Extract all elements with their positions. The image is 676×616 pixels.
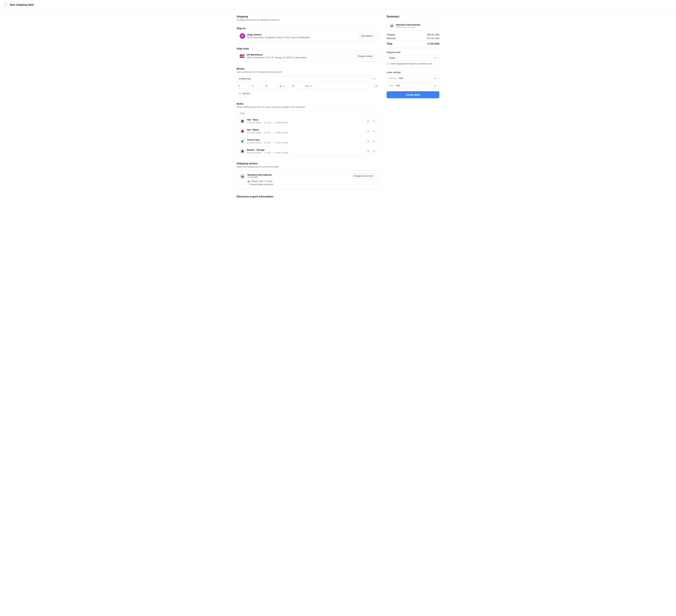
remove-box-button[interactable]: ⊗ — [374, 84, 378, 88]
item-qty-total: / 1 — [373, 150, 375, 153]
item-meta: BCE0034-40066 | 0.13 lbs | ⚠ 6505.00.909… — [247, 152, 362, 154]
shipping-date-label: Shipping date — [387, 51, 439, 54]
list-item: 🎩 Beanie - Orange BCE0034-40066 | 0.13 l… — [237, 146, 378, 156]
dimension-unit-arrows-icon: ▲▼ — [282, 85, 286, 87]
box-type-arrows-icon: ▲▼ — [372, 78, 376, 80]
item-icon: 🎩 — [240, 118, 245, 124]
item-qty-input[interactable] — [364, 129, 372, 134]
item-icon: 🎩 — [240, 148, 245, 154]
remove-icon: ⊗ — [375, 85, 377, 88]
list-item: 🎩 Hat - Black BCE0034-40066 | 0.13 lbs |… — [237, 126, 378, 136]
send-info-checkbox[interactable] — [387, 63, 389, 65]
item-sku: BCE0034-40066 — [247, 152, 261, 154]
dimension-unit-value: in — [280, 85, 281, 87]
total-label: Total — [387, 42, 392, 45]
boxes-desc: How are the items in this shipment being… — [237, 71, 378, 73]
edit-address-button[interactable]: Edit address — [359, 34, 375, 38]
send-info-row: Send shipping information to customers n… — [387, 62, 439, 65]
list-item: 🧳 Travel Case BCE0034-40066 | 0.13 lbs |… — [237, 136, 378, 146]
page-title: New shipping label — [10, 3, 34, 6]
size-select[interactable]: Size: 4×6 ▲▼ — [387, 83, 439, 89]
ship-from-name: US Warehouse — [247, 53, 353, 56]
ship-to-name: Hugo Dubois — [247, 33, 357, 36]
electronic-export-title: Electronic export information — [237, 195, 378, 198]
item-hs: 6505.00.9090 — [276, 152, 288, 154]
discount-row: Discount -157.20 USD — [387, 37, 439, 40]
format-arrows-icon: ▲▼ — [434, 78, 437, 79]
delivery-time-text: Delivery time: 2-3 days — [251, 180, 273, 183]
shipping-date-select[interactable]: Today ▲▼ — [387, 55, 439, 61]
items-table: ITEM 🎩 Hat - Navy BCE0034-40066 | 0.13 l… — [237, 111, 378, 156]
add-box-label: Add box — [242, 92, 250, 95]
shipping-title: Shipping — [237, 15, 378, 18]
item-info: Hat - Black BCE0034-40066 | 0.13 lbs | ⚠… — [247, 129, 362, 134]
create-label-button[interactable]: Create label — [387, 91, 439, 98]
box-type-select[interactable]: Custom box ▲▼ — [237, 76, 378, 82]
item-weight: 0.13 lbs — [264, 152, 271, 154]
us-flag-icon: 🇺🇸 — [240, 54, 244, 58]
item-meta: BCE0034-40066 | 0.13 lbs | ⚠ 4202.92.989… — [247, 142, 362, 144]
item-qty-input[interactable] — [364, 119, 372, 123]
item-meta: BCE0034-40066 | 0.13 lbs | ⚠ 6505.00.809… — [247, 132, 362, 134]
topbar: × New shipping label — [0, 0, 676, 9]
ship-from-card: 🇺🇸 US Warehouse 1664 S Dixie Drive H 107… — [237, 51, 378, 61]
date-select-arrows-icon: ▲▼ — [434, 57, 437, 59]
dimension-unit-select[interactable]: in ▲▼ — [278, 83, 288, 89]
electronic-export-section: Electronic export information — [237, 195, 378, 198]
subtotal-row: Subtotal 195.32 USD — [387, 33, 439, 36]
size-label-text: Size: 4×6 — [389, 84, 400, 87]
item-qty-group: / 1 — [364, 139, 375, 144]
weight-input-group: lbs ▲▼ — [290, 83, 373, 89]
item-qty-input[interactable] — [364, 139, 372, 144]
prepaid-duties-text: Prepaid duties and taxes — [250, 183, 273, 186]
close-button[interactable]: × — [3, 2, 8, 7]
format-select[interactable]: Format: PDF ▲▼ — [387, 75, 439, 81]
item-sku: BCE0034-40066 — [247, 142, 261, 144]
shipping-service-desc: Select the shipping service level for th… — [237, 166, 378, 168]
dimension-1-input[interactable] — [237, 83, 249, 89]
summary-service-icon: 📦 — [389, 23, 394, 28]
sidebar: Summary 📦 Standard International Deliver… — [387, 15, 439, 98]
boxes-section: Boxes How are the items in this shipment… — [237, 67, 378, 97]
add-box-button[interactable]: ⊕ Add box — [237, 91, 252, 97]
change-location-button[interactable]: Change location — [355, 54, 375, 59]
shipping-section: Shipping Configure where you are shippin… — [237, 15, 378, 21]
item-icon: 🎩 — [240, 128, 245, 134]
item-name: Hat - Black — [247, 129, 362, 131]
ship-to-label: Ship to — [237, 27, 378, 30]
item-weight: 0.13 lbs — [264, 142, 271, 144]
item-hs: 6505.00.8090 — [276, 121, 288, 124]
warning-icon: ⚠ — [273, 132, 275, 134]
item-hs: 6505.00.8090 — [276, 132, 288, 134]
summary-service-card: 📦 Standard International Delivery time: … — [387, 21, 439, 31]
service-price: 17.24 USD — [247, 176, 349, 178]
dimension-3-input[interactable] — [264, 83, 277, 89]
item-name: Hat - Navy — [247, 118, 362, 121]
shipping-desc: Configure where you are shipping to and … — [237, 19, 378, 21]
item-qty-total: / 1 — [373, 120, 375, 122]
item-qty-total: / 1 — [373, 130, 375, 133]
item-qty-input[interactable] — [364, 149, 372, 154]
weight-unit-arrows-icon: ▲▼ — [309, 85, 313, 87]
subtotal-value: 195.32 USD — [427, 33, 439, 36]
item-info: Beanie - Orange BCE0034-40066 | 0.13 lbs… — [247, 149, 362, 154]
add-box-plus-icon: ⊕ — [239, 92, 241, 95]
summary-delivery-time: Delivery time: 2-3 days — [396, 26, 420, 28]
ship-from-section: Ship from 🇺🇸 US Warehouse 1664 S Dixie D… — [237, 47, 378, 61]
weight-input[interactable] — [290, 84, 304, 89]
dimensions-row: in ▲▼ lbs ▲▼ ⊗ — [237, 83, 378, 89]
ship-to-card: H Hugo Dubois 32 rue Descartes, Strasbou… — [237, 31, 378, 41]
main-content: Shipping Configure where you are shippin… — [237, 15, 387, 204]
ship-to-address: 32 rue Descartes, Strasbourg, Alsace, 67… — [247, 36, 357, 39]
service-info: Standard International 17.24 USD 🚚 Deliv… — [247, 173, 349, 186]
change-service-level-button[interactable]: Change service level — [351, 173, 375, 178]
weight-unit-select[interactable]: lbs ▲▼ — [304, 84, 314, 89]
discount-label: Discount — [387, 37, 396, 40]
warning-icon: ⚠ — [273, 142, 275, 144]
size-arrows-icon: ▲▼ — [434, 85, 437, 87]
ship-from-info: US Warehouse 1664 S Dixie Drive H 107, S… — [247, 53, 353, 59]
delivery-time-row: 🚚 Delivery time: 2-3 days — [247, 180, 349, 183]
item-meta: BCE0034-40066 | 0.13 lbs | ⚠ 6505.00.809… — [247, 121, 362, 124]
ship-to-info: Hugo Dubois 32 rue Descartes, Strasbourg… — [247, 33, 357, 39]
dimension-2-input[interactable] — [250, 83, 263, 89]
